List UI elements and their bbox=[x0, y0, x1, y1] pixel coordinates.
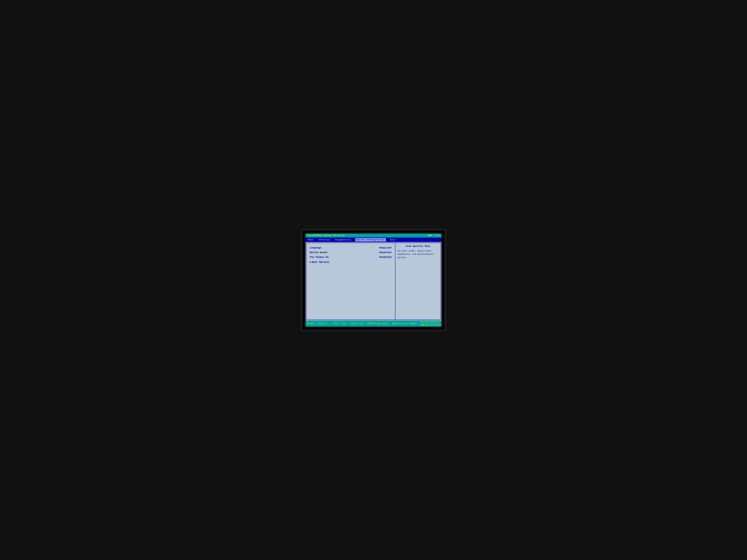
nav-exit[interactable]: Exit bbox=[389, 238, 397, 241]
nav-system-configuration[interactable]: System Configuration bbox=[355, 238, 386, 241]
main-content: Language <English> Button Sound <Enabled… bbox=[306, 243, 441, 320]
nav-main[interactable]: Main bbox=[307, 238, 315, 241]
esc-desc: Exit bbox=[322, 322, 327, 325]
menu-label-boot-options: Boot Options bbox=[310, 261, 329, 264]
bios-title: InsydeH2O Setup Utility bbox=[308, 234, 344, 237]
footer-bar: F1 Help Esc Exit ↑↓ Select Item ↔ Select… bbox=[306, 321, 441, 327]
menu-value-fan-always-on: <Enabled> bbox=[379, 256, 392, 259]
f10-desc: Save and Exit bbox=[425, 324, 440, 326]
f10-key: F10 bbox=[421, 324, 424, 326]
menu-value-button-sound: <Enabled> bbox=[379, 251, 392, 254]
left-panel: Language <English> Button Sound <Enabled… bbox=[307, 243, 395, 320]
f1-desc: Help bbox=[310, 322, 315, 325]
esc-key: Esc bbox=[318, 322, 321, 325]
updown-key: ↑↓ bbox=[330, 322, 333, 325]
menu-item-boot-options[interactable]: Boot Options bbox=[309, 260, 392, 265]
menu-item-language[interactable]: Language <English> bbox=[309, 245, 392, 250]
footer-f5f6: F5/F6 Change Values bbox=[367, 322, 389, 325]
nav-diagnostics[interactable]: Diagnostics bbox=[334, 238, 352, 241]
bios-revision: Rev. 3.5 bbox=[428, 234, 439, 237]
nav-security[interactable]: Security bbox=[318, 238, 331, 241]
footer-enter: Enter Select ▶ Submenu bbox=[392, 322, 417, 325]
enter-desc: Select ▶ Submenu bbox=[398, 322, 417, 325]
right-panel: Item Specific Help Set boot order, devic… bbox=[395, 243, 440, 320]
footer-leftright: ↔ Select Menu bbox=[349, 322, 364, 325]
menu-label-language: Language bbox=[310, 246, 321, 249]
f9-key: F9 bbox=[421, 321, 423, 323]
footer-f1: F1 Help bbox=[307, 322, 315, 325]
help-title: Item Specific Help bbox=[397, 245, 439, 247]
menu-item-button-sound[interactable]: Button Sound <Enabled> bbox=[309, 250, 392, 255]
title-bar: InsydeH2O Setup Utility Rev. 3.5 bbox=[306, 234, 441, 238]
monitor: InsydeH2O Setup Utility Rev. 3.5 Main Se… bbox=[301, 229, 446, 331]
footer-updown: ↑↓ Select Item bbox=[330, 322, 346, 325]
menu-label-fan-always-on: Fan Always On bbox=[310, 256, 329, 259]
menu-label-button-sound: Button Sound bbox=[310, 251, 327, 254]
bios-screen: InsydeH2O Setup Utility Rev. 3.5 Main Se… bbox=[306, 234, 441, 327]
leftright-desc: Select Menu bbox=[351, 322, 364, 325]
footer-esc: Esc Exit bbox=[318, 322, 327, 325]
f9-desc: Setup Defaults bbox=[423, 321, 440, 323]
enter-key: Enter bbox=[392, 322, 398, 325]
updown-desc: Select Item bbox=[333, 322, 346, 325]
f5f6-desc: Change Values bbox=[374, 322, 389, 325]
footer-right-section: F9 Setup Defaults F10 Save and Exit bbox=[421, 321, 440, 326]
f5f6-key: F5/F6 bbox=[367, 322, 373, 325]
leftright-key: ↔ bbox=[349, 322, 351, 325]
footer-f9: F9 Setup Defaults bbox=[421, 321, 440, 323]
footer-f10: F10 Save and Exit bbox=[421, 324, 440, 326]
help-text: Set boot order, device boot capability, … bbox=[397, 249, 439, 259]
menu-value-language: <English> bbox=[379, 246, 392, 249]
menu-item-fan-always-on[interactable]: Fan Always On <Enabled> bbox=[309, 255, 392, 260]
nav-bar: Main Security Diagnostics System Configu… bbox=[306, 238, 441, 242]
f1-key: F1 bbox=[307, 322, 309, 325]
